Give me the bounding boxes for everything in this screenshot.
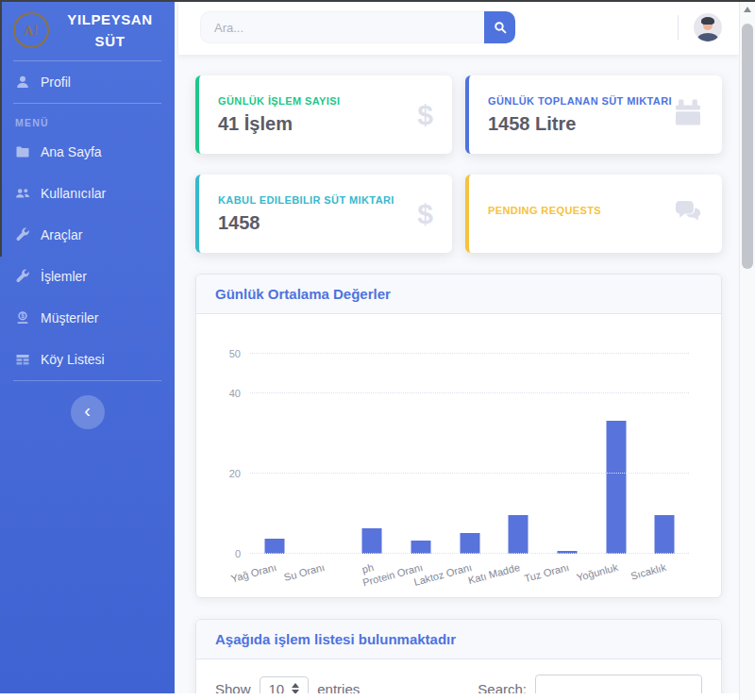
chart-y-axis: 0204050	[208, 333, 250, 554]
sidebar-item-ana-sayfa[interactable]: Ana Sayfa	[0, 131, 175, 173]
chart-panel: Günlük Ortalama Değerler 0204050 Yağ Ora…	[195, 274, 722, 598]
dollar-icon: $	[417, 101, 433, 129]
brand-title-line2: SÜT	[57, 30, 163, 52]
chart-bars	[250, 333, 689, 554]
stat-card-kabul-edilebilir: KABUL EDILEBILIR SÜT MIKTARI 1458 $	[195, 175, 452, 253]
chart-bar	[411, 541, 430, 554]
chart-slot	[250, 333, 299, 554]
wrench-icon	[15, 269, 31, 284]
chevron-left-icon: ‹	[84, 401, 91, 420]
chart-plot	[250, 333, 689, 554]
search-button[interactable]	[484, 11, 515, 43]
search-icon	[494, 21, 507, 34]
stat-card-title: GÜNLÜK İŞLEM SAYISI	[218, 95, 340, 107]
x-tick-label: Yoğunluk	[575, 561, 618, 583]
stat-card-value: 41 İşlem	[218, 113, 340, 135]
sidebar-item-label: Kullanıcılar	[41, 186, 106, 201]
x-tick-label: Yağ Oranı	[229, 561, 277, 584]
user-icon	[15, 75, 31, 90]
customer-icon: $	[15, 310, 31, 325]
chart-gridline	[250, 392, 689, 393]
chart-gridline	[250, 473, 689, 474]
brand-title: YILPEYSAN SÜT	[57, 8, 163, 53]
sidebar-section-label: MENÜ	[0, 104, 175, 131]
chart-slot	[543, 333, 592, 554]
chart-gridline	[250, 353, 689, 354]
search-group	[200, 11, 515, 43]
content: GÜNLÜK İŞLEM SAYISI 41 İşlem $ GÜNLÜK TO…	[178, 55, 739, 700]
sidebar-item-label: Müşteriler	[41, 310, 98, 325]
stat-cards: GÜNLÜK İŞLEM SAYISI 41 İşlem $ GÜNLÜK TO…	[195, 75, 722, 253]
sidebar-item-m-teriler[interactable]: $Müşteriler	[0, 297, 175, 339]
sidebar-item-label: Profil	[41, 75, 71, 90]
chart-bar	[606, 421, 626, 554]
chart-slot	[592, 333, 641, 554]
sidebar-item-kullan-c-lar[interactable]: Kullanıcılar	[0, 173, 175, 214]
chart-panel-title: Günlük Ortalama Değerler	[196, 275, 721, 314]
wrench-icon	[15, 227, 31, 242]
svg-text:$: $	[21, 312, 25, 320]
x-tick-label: Tuz Oranı	[523, 561, 570, 584]
users-icon	[15, 186, 31, 201]
brand-title-line1: YILPEYSAN	[57, 8, 163, 30]
stat-card-pending-requests: PENDING REQUESTS	[465, 175, 722, 253]
sidebar-menu: Ana SayfaKullanıcılarAraçlarİşlemler$Müş…	[0, 131, 175, 380]
brand[interactable]: A! YILPEYSAN SÜT	[0, 0, 175, 60]
topbar-divider	[678, 15, 679, 40]
sidebar-item-k-y-listesi[interactable]: Köy Listesi	[0, 339, 175, 380]
y-tick-label: 50	[229, 348, 241, 359]
sidebar-item-profil[interactable]: Profil	[0, 61, 175, 103]
sidebar-divider	[13, 380, 161, 381]
sidebar-item-label: Araçlar	[41, 227, 82, 242]
y-tick-label: 20	[229, 468, 241, 479]
sidebar-collapse-button[interactable]: ‹	[71, 395, 105, 429]
chart-slot	[494, 333, 543, 554]
chart-bar	[362, 528, 382, 554]
stat-card-value: 1458 Litre	[488, 113, 672, 135]
chart-slot	[347, 333, 396, 554]
sidebar-item-label: Ana Sayfa	[41, 144, 102, 159]
stat-card-title: PENDING REQUESTS	[488, 205, 601, 216]
table-panel: Aşağıda işlem listesi bulunmaktadır Show…	[195, 619, 722, 700]
table-panel-title: Aşağıda işlem listesi bulunmaktadır	[196, 620, 721, 659]
stat-card-title: GÜNLÜK TOPLANAN SÜT MIKTARI	[488, 95, 672, 107]
topbar	[178, 0, 739, 55]
brand-logo-icon: A!	[11, 10, 52, 51]
chart-bar	[509, 515, 528, 554]
x-tick-label: Sıcaklık	[629, 561, 667, 582]
table-icon	[15, 352, 31, 367]
sidebar: A! YILPEYSAN SÜT Profil MENÜ Ana SayfaKu…	[0, 0, 176, 693]
footer-strip	[0, 693, 739, 700]
stat-card-value: 1458	[218, 212, 394, 234]
sidebar-item-label: Köy Listesi	[41, 352, 105, 367]
stat-card-islem-sayisi: GÜNLÜK İŞLEM SAYISI 41 İşlem $	[195, 75, 452, 154]
chart-x-axis: Yağ OranıSu OranıphProtein OranıLaktoz O…	[250, 554, 689, 588]
chart-slot	[396, 333, 445, 554]
y-tick-label: 0	[235, 548, 241, 559]
x-tick-label: Su Oranı	[283, 561, 327, 583]
chart-slot	[640, 333, 689, 554]
dashboard-page: A! YILPEYSAN SÜT Profil MENÜ Ana SayfaKu…	[0, 0, 755, 700]
stat-card-toplanan-sut: GÜNLÜK TOPLANAN SÜT MIKTARI 1458 Litre	[465, 75, 722, 154]
chart-bar	[460, 533, 479, 554]
stat-card-title: KABUL EDILEBILIR SÜT MIKTARI	[218, 194, 394, 206]
scrollbar-track[interactable]	[739, 0, 755, 700]
chart-slot	[299, 333, 348, 554]
avatar-shirt	[697, 33, 718, 42]
chart-slot	[445, 333, 495, 554]
window-border	[0, 0, 2, 257]
sidebar-item-ara-lar[interactable]: Araçlar	[0, 214, 175, 256]
search-input[interactable]	[200, 11, 484, 43]
chart-bar	[264, 539, 284, 554]
chart-bar	[655, 515, 675, 554]
folder-icon	[15, 144, 31, 159]
x-tick-label: Katı Madde	[467, 561, 521, 586]
avatar-hair	[701, 17, 714, 25]
dollar-icon: $	[417, 200, 433, 228]
avatar[interactable]	[694, 13, 722, 42]
chat-icon	[673, 196, 703, 231]
scrollbar-thumb[interactable]	[742, 24, 753, 269]
scrollbar-up-icon[interactable]	[744, 7, 751, 12]
window-border	[0, 0, 755, 2]
sidebar-item-i-lemler[interactable]: İşlemler	[0, 256, 175, 297]
